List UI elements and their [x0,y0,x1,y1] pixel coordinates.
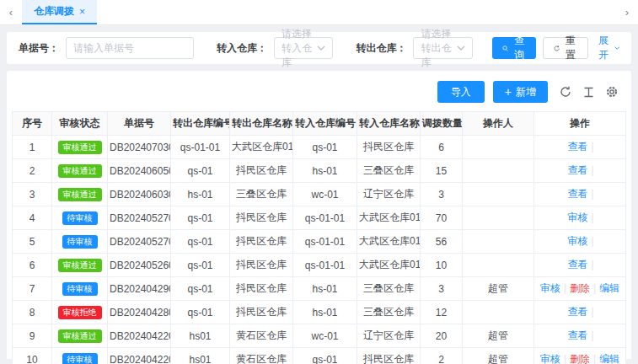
qty-cell: 56 [421,230,463,254]
qty-cell: 70 [421,206,463,230]
expand-toggle[interactable]: 展开 [598,34,619,62]
tab-close-icon[interactable]: × [79,6,85,18]
column-header: 操作 [534,112,626,136]
in_name-cell: 三叠区仓库 [357,301,421,324]
action-separator: | [591,211,593,223]
out_code-cell: hs01 [171,348,230,364]
refresh-icon[interactable] [560,86,571,98]
action-link-primary[interactable]: 查看 [567,164,587,176]
column-header: 转入仓库编号 [293,112,357,136]
action-separator: | [564,353,566,364]
table-row: 7待审核DB202404290...qs-01抖民区仓库hs-01三叠区仓库3超… [13,277,626,301]
status-badge: 审核通过 [58,259,102,272]
transfer-table: 序号审核状态单据号转出仓库编号转出仓库名称转入仓库编号转入仓库名称调拨数量操作人… [12,111,626,364]
no-cell: 5 [13,230,52,254]
action-link-primary[interactable]: 审核 [540,353,560,364]
actions-cell: 查看| [534,136,626,159]
in_code-cell: qs-01 [293,348,357,364]
qty-cell: 20 [421,324,463,348]
table-panel: 导入 + 新增 序号审核状态单据号转出仓库编号转出仓库名称转入仓库编号转入仓库名… [7,71,631,359]
tabs-scroll-right-icon[interactable]: › [616,0,638,24]
doc-cell: DB202404220... [108,324,171,348]
doc-cell: DB202404280... [108,301,171,324]
in_code-cell: hs-01 [293,301,357,324]
out-warehouse-label: 转出仓库： [356,41,406,56]
doc-cell: DB202404220... [108,348,171,364]
action-link-primary[interactable]: 编辑 [599,353,619,364]
column-header: 转出仓库名称 [230,112,293,136]
add-button[interactable]: + 新增 [493,81,548,103]
expand-label: 展开 [598,34,612,62]
action-link-primary[interactable]: 查看 [567,306,587,318]
out_code-cell: qs-01 [171,206,230,230]
actions-cell: 查看| [534,301,626,324]
in_code-cell: hs-01 [293,159,357,183]
out-warehouse-select[interactable]: 请选择转出仓库 [413,37,473,59]
in_name-cell: 辽宁区仓库 [357,183,421,206]
reset-button[interactable]: 重置 [543,37,588,59]
table-row: 4待审核DB202405270...qs-01抖民区仓库qs-01-01大武区仓… [13,206,626,230]
gear-icon[interactable] [606,86,618,98]
status-badge: 审核通过 [58,164,102,178]
doc-no-input[interactable] [66,37,194,59]
action-link-primary[interactable]: 查看 [567,141,587,153]
action-link-danger[interactable]: 删除 [570,353,590,364]
doc-cell: DB202406050... [108,159,171,183]
tabs-scroll-left-icon[interactable]: ‹ [0,0,22,24]
out_code-cell: qs-01 [171,254,230,277]
in-warehouse-placeholder: 请选择转入仓库 [281,27,318,70]
action-link-primary[interactable]: 查看 [567,329,587,341]
operator-cell [463,136,534,159]
doc-cell: DB202404290... [108,277,171,301]
in-warehouse-label: 转入仓库： [217,41,267,56]
action-link-primary[interactable]: 查看 [567,259,587,270]
import-button[interactable]: 导入 [437,81,485,103]
out_name-cell: 大武区仓库01 [230,136,293,159]
qty-cell: 2 [421,348,463,364]
out_code-cell: hs-01 [171,183,230,206]
in_name-cell: 大武区仓库01 [357,230,421,254]
out_code-cell: qs-01-01 [171,136,230,159]
in_code-cell: qs-01-01 [293,254,357,277]
in_code-cell: wc-01 [293,183,357,206]
column-header: 转入仓库名称 [357,112,421,136]
action-link-danger[interactable]: 删除 [570,282,590,294]
actions-cell: 审核|删除|编辑 [534,348,626,364]
operator-cell [463,206,534,230]
status-cell: 审核通过 [52,324,108,348]
out_name-cell: 抖民区仓库 [230,301,293,324]
action-link-primary[interactable]: 审核 [540,282,560,294]
status-cell: 审核拒绝 [52,301,108,324]
in_name-cell: 辽宁区仓库 [357,324,421,348]
tab-warehouse-transfer[interactable]: 仓库调拨 × [22,0,97,24]
column-height-icon[interactable] [583,87,594,98]
table-row: 8审核拒绝DB202404280...qs-01抖民区仓库hs-01三叠区仓库1… [13,301,626,324]
table-row: 9审核通过DB202404220...hs01黄石区仓库wc-01辽宁区仓库20… [13,324,626,348]
action-link-primary[interactable]: 审核 [567,211,587,223]
action-link-primary[interactable]: 审核 [567,235,587,247]
action-separator: | [591,188,593,200]
doc-no-label: 单据号： [19,41,59,56]
import-button-label: 导入 [451,85,471,99]
actions-cell: 查看| [534,159,626,183]
status-cell: 审核通过 [52,136,108,159]
action-separator: | [593,282,596,294]
action-link-primary[interactable]: 查看 [567,188,587,200]
plus-icon: + [505,85,512,99]
actions-cell: 查看| [534,183,626,206]
action-separator: | [591,329,593,341]
in_name-cell: 大武区仓库01 [357,254,421,277]
status-badge: 待审核 [62,211,98,225]
in-warehouse-select[interactable]: 请选择转入仓库 [274,37,334,59]
out_code-cell: qs-01 [171,230,230,254]
action-separator: | [591,141,593,153]
operator-cell [463,230,534,254]
chevron-down-icon [614,46,619,51]
status-cell: 审核通过 [52,159,108,183]
status-badge: 审核通过 [58,141,102,154]
action-link-primary[interactable]: 编辑 [599,282,619,294]
operator-cell: 超管 [463,348,534,364]
search-button[interactable]: 查询 [492,37,536,59]
qty-cell: 10 [421,254,463,277]
column-header: 操作人 [463,112,534,136]
